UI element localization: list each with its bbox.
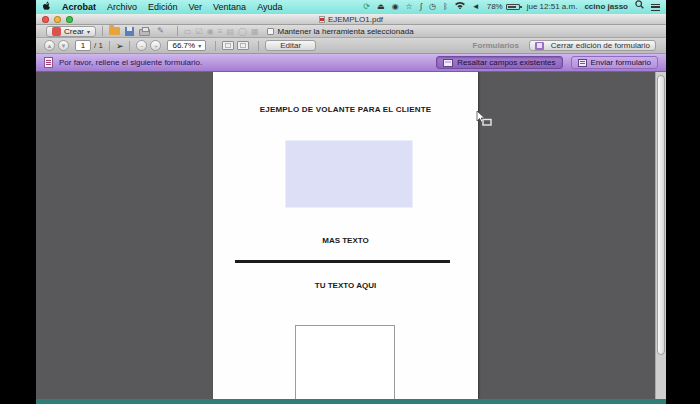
submit-form-label: Enviar formulario: [591, 58, 651, 67]
page-number-input[interactable]: [75, 40, 91, 51]
editar-label: Editar: [280, 41, 301, 50]
letterbox-left: [0, 0, 36, 404]
app-status-icon[interactable]: ⟳: [363, 0, 370, 14]
battery-percent: 78%: [487, 0, 503, 14]
select-tool-icon[interactable]: ➢: [116, 41, 124, 51]
zoom-level-value: 66.7%: [172, 41, 195, 50]
notification-center-icon[interactable]: [651, 4, 660, 11]
formularios-panel-label: Formularios: [473, 41, 519, 50]
horizontal-rule: [235, 260, 450, 263]
editar-button[interactable]: Editar: [265, 40, 316, 51]
star-icon[interactable]: ☆: [406, 0, 413, 14]
highlight-fields-icon: [443, 59, 453, 67]
dock-edge-strip: [36, 399, 666, 404]
list-tool-icon[interactable]: ≡: [218, 27, 223, 36]
chevron-down-icon: ▾: [87, 28, 90, 35]
vertical-scrollbar[interactable]: [655, 72, 666, 399]
toolbar-separator: [102, 26, 103, 36]
close-form-editing-label: Cerrar edición de formulario: [551, 41, 650, 50]
volume-icon[interactable]: ◄: [472, 0, 480, 14]
menu-item-ventana[interactable]: Ventana: [213, 2, 246, 12]
outlined-box: [295, 325, 395, 399]
form-message: Por favor, rellene el siguiente formular…: [59, 58, 202, 67]
textfield-tool-icon[interactable]: ▭: [184, 27, 192, 36]
menu-clock[interactable]: jue 12:51 a.m.: [527, 0, 578, 14]
key-icon[interactable]: ∫: [420, 0, 422, 14]
checkbox-tool-icon[interactable]: ☑: [196, 27, 203, 36]
menu-item-archivo[interactable]: Archivo: [107, 2, 137, 12]
chevron-down-icon: ▾: [198, 42, 201, 49]
zoom-out-button[interactable]: −: [136, 40, 147, 51]
crear-label: Crear: [64, 27, 84, 36]
close-form-editing-button[interactable]: Cerrar edición de formulario: [529, 40, 656, 51]
document-view-area[interactable]: EJEMPLO DE VOLANTE PARA EL CLIENTE MAS T…: [36, 72, 666, 399]
edit-page-icon[interactable]: ✎: [155, 26, 166, 36]
submit-form-icon: [578, 59, 587, 67]
window-title-bar[interactable]: EJEMPLO1.pdf: [36, 14, 666, 25]
toolbar-separator: [215, 41, 216, 51]
mouse-cursor-form-tool: [476, 111, 494, 131]
toolbar-separator: [258, 41, 259, 51]
print-icon[interactable]: [139, 29, 150, 36]
captured-desktop: Acrobat Archivo Edición Ver Ventana Ayud…: [36, 0, 666, 404]
highlight-fields-button[interactable]: Resaltar campos existentes: [436, 56, 562, 69]
window-title: EJEMPLO1.pdf: [36, 15, 666, 24]
navigation-toolbar: ▲ ▼ / 1 ➢ − + 66.7% ▾ Editar Formularios…: [36, 38, 666, 54]
main-toolbar: Crear ▾ ✎ ▭ ☑ ◉ ≡ ▤ ◯ ▦ Mantener la herr…: [36, 25, 666, 38]
button-tool-icon[interactable]: ◯: [238, 27, 247, 36]
letterbox-right: [666, 0, 700, 404]
create-pdf-icon: [52, 27, 61, 36]
form-field-icon: [535, 42, 544, 50]
save-file-icon[interactable]: [125, 27, 134, 36]
user-account-icon[interactable]: ◉: [392, 0, 399, 14]
pdf-file-icon: [319, 16, 325, 23]
document-text-mas-texto: MAS TEXTO: [213, 236, 478, 245]
single-page-mode-icon[interactable]: [237, 41, 249, 50]
apple-logo-icon: [42, 1, 51, 11]
menu-item-edicion[interactable]: Edición: [148, 2, 178, 12]
form-message-bar: Por favor, rellene el siguiente formular…: [36, 54, 666, 72]
zoom-in-button[interactable]: +: [150, 40, 161, 51]
toolbar-separator: [129, 41, 130, 51]
signature-tool-icon[interactable]: ▦: [251, 27, 259, 36]
document-text-tu-texto: TU TEXTO AQUI: [213, 281, 478, 290]
radio-tool-icon[interactable]: ◉: [207, 27, 214, 36]
keep-tool-label: Mantener la herramienta seleccionada: [278, 27, 414, 36]
page-total-label: / 1: [94, 41, 103, 50]
dropdown-tool-icon[interactable]: ▤: [226, 27, 234, 36]
spotlight-search-icon[interactable]: [635, 0, 644, 14]
highlight-fields-label: Resaltar campos existentes: [457, 58, 555, 67]
form-document-icon: [44, 57, 53, 68]
toolbar-separator: [109, 41, 110, 51]
apple-menu-icon[interactable]: [42, 1, 51, 13]
next-page-button[interactable]: ▼: [58, 40, 69, 51]
wifi-icon[interactable]: [455, 0, 465, 14]
screen: Acrobat Archivo Edición Ver Ventana Ayud…: [0, 0, 700, 404]
bluetooth-icon[interactable]: ᛒ: [443, 0, 448, 14]
menu-item-ayuda[interactable]: Ayuda: [257, 2, 282, 12]
scrollbar-thumb[interactable]: [657, 75, 665, 355]
crear-button[interactable]: Crear ▾: [46, 26, 96, 37]
macos-menu-bar: Acrobat Archivo Edición Ver Ventana Ayud…: [36, 0, 666, 14]
toolbar-separator: [177, 26, 178, 36]
open-file-icon[interactable]: [109, 27, 120, 35]
highlighted-form-field[interactable]: [285, 140, 413, 208]
time-machine-icon[interactable]: ◷: [429, 0, 436, 14]
keep-tool-checkbox[interactable]: [267, 28, 274, 35]
battery-icon: [506, 4, 520, 10]
pdf-page[interactable]: EJEMPLO DE VOLANTE PARA EL CLIENTE MAS T…: [213, 72, 478, 399]
menu-item-ver[interactable]: Ver: [189, 2, 203, 12]
zoom-level-select[interactable]: 66.7% ▾: [167, 40, 206, 51]
menu-item-acrobat[interactable]: Acrobat: [62, 2, 96, 12]
eject-icon[interactable]: ⏏: [377, 0, 385, 14]
user-name[interactable]: ccino jasso: [584, 0, 628, 14]
previous-page-button[interactable]: ▲: [44, 40, 55, 51]
scrolling-mode-icon[interactable]: [222, 41, 234, 50]
submit-form-button[interactable]: Enviar formulario: [571, 56, 658, 69]
document-heading: EJEMPLO DE VOLANTE PARA EL CLIENTE: [213, 105, 478, 114]
